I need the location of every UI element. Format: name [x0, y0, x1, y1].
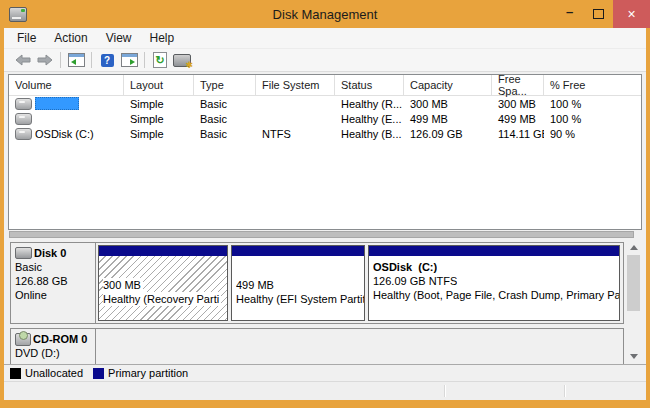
- cdrom-icon: [15, 333, 31, 346]
- disk-0-label-panel[interactable]: Disk 0 Basic 126.88 GB Online: [10, 242, 96, 324]
- disk-management-icon: [9, 7, 27, 22]
- scroll-down-button[interactable]: [625, 349, 642, 364]
- toolbar-separator: [60, 52, 61, 68]
- legend-primary-partition-label: Primary partition: [108, 367, 188, 379]
- refresh-icon: ↻: [153, 52, 167, 68]
- client-area: File Action View Help ?: [4, 28, 646, 400]
- status-bar: [4, 381, 646, 400]
- table-row[interactable]: OSDisk (C:) Simple Basic NTFS Healthy (B…: [9, 126, 641, 141]
- column-header-free-space[interactable]: Free Spa...: [492, 75, 544, 95]
- cell-type: Basic: [194, 98, 256, 110]
- volume-icon: [15, 98, 32, 110]
- partition-size: 126.09 GB NTFS: [373, 274, 457, 288]
- partition-status: Healthy (Recovery Parti: [103, 292, 221, 306]
- status-bar-separator: [444, 385, 446, 397]
- table-row[interactable]: Simple Basic Healthy (R... 300 MB 300 MB…: [9, 96, 641, 111]
- cell-status: Healthy (E...: [335, 113, 404, 125]
- column-header-percent-free[interactable]: % Free: [544, 75, 641, 95]
- disk-0-partitions: 300 MB Healthy (Recovery Parti 499 MB He…: [96, 242, 624, 324]
- column-header-layout[interactable]: Layout: [124, 75, 194, 95]
- console-tree-icon: [68, 53, 85, 67]
- partition-status: Healthy (EFI System Partit: [236, 292, 365, 306]
- forward-button[interactable]: [34, 50, 56, 70]
- cell-layout: Simple: [124, 98, 194, 110]
- cell-layout: Simple: [124, 113, 194, 125]
- partition-type-bar: [369, 246, 619, 256]
- cell-capacity: 126.09 GB: [404, 128, 492, 140]
- column-header-file-system[interactable]: File System: [256, 75, 335, 95]
- horizontal-scrollbar[interactable]: [8, 230, 642, 239]
- menu-view[interactable]: View: [97, 29, 141, 47]
- unallocated-swatch: [10, 368, 21, 379]
- column-header-capacity[interactable]: Capacity: [404, 75, 492, 95]
- partition-size: 499 MB: [236, 278, 274, 292]
- action-pane-icon: [121, 53, 138, 67]
- column-header-type[interactable]: Type: [194, 75, 256, 95]
- close-button[interactable]: ×: [613, 0, 650, 28]
- maximize-icon: [593, 9, 604, 19]
- cell-percent-free: 100 %: [544, 98, 641, 110]
- table-row[interactable]: Simple Basic Healthy (E... 499 MB 499 MB…: [9, 111, 641, 126]
- refresh-button[interactable]: ↻: [149, 50, 171, 70]
- vertical-scrollbar[interactable]: [625, 240, 642, 364]
- menu-file[interactable]: File: [8, 29, 45, 47]
- legend-bar: Unallocated Primary partition: [4, 364, 646, 381]
- show-console-tree-button[interactable]: [65, 50, 87, 70]
- cell-capacity: 499 MB: [404, 113, 492, 125]
- column-header-status[interactable]: Status: [335, 75, 404, 95]
- help-button[interactable]: ?: [96, 50, 118, 70]
- status-bar-separator: [564, 385, 566, 397]
- disk-size: 126.88 GB: [15, 274, 95, 288]
- back-button[interactable]: [12, 50, 34, 70]
- cdrom-0-media-area: [96, 328, 624, 364]
- minimize-button[interactable]: –: [555, 0, 584, 28]
- partition-status: Healthy (Boot, Page File, Crash Dump, Pr…: [373, 288, 620, 302]
- cdrom-name: CD-ROM 0: [33, 332, 87, 346]
- cell-layout: Simple: [124, 128, 194, 140]
- cell-free-space: 499 MB: [492, 113, 544, 125]
- close-icon: ×: [627, 6, 635, 22]
- chevron-up-icon: [630, 245, 638, 250]
- menu-help[interactable]: Help: [141, 29, 184, 47]
- cell-free-space: 300 MB: [492, 98, 544, 110]
- volume-icon: [15, 113, 32, 125]
- cell-status: Healthy (B...: [335, 128, 404, 140]
- disk-properties-icon: [173, 54, 191, 67]
- volume-icon: [15, 128, 32, 140]
- partition-recovery[interactable]: 300 MB Healthy (Recovery Parti: [98, 245, 228, 321]
- cell-file-system: NTFS: [256, 128, 335, 140]
- partition-type-bar: [232, 246, 364, 256]
- help-icon: ?: [101, 54, 114, 67]
- chevron-down-icon: [630, 354, 638, 359]
- volume-list: Volume Layout Type File System Status Ca…: [8, 74, 642, 230]
- graphical-view: Disk 0 Basic 126.88 GB Online 300 MB Hea…: [8, 240, 642, 364]
- scroll-up-button[interactable]: [625, 240, 642, 255]
- disk-properties-button[interactable]: [171, 50, 193, 70]
- vertical-scrollbar-thumb[interactable]: [627, 255, 640, 311]
- column-header-volume[interactable]: Volume: [9, 75, 124, 95]
- cell-free-space: 114.11 GB: [492, 128, 544, 140]
- partition-osdisk-c[interactable]: OSDisk (C:) 126.09 GB NTFS Healthy (Boot…: [368, 245, 620, 321]
- cdrom-0-row: CD-ROM 0 DVD (D:): [10, 328, 624, 364]
- cdrom-type: DVD (D:): [15, 346, 95, 360]
- cell-status: Healthy (R...: [335, 98, 404, 110]
- maximize-button[interactable]: [584, 0, 613, 28]
- disk-management-window: Disk Management – × File Action View Hel…: [0, 0, 650, 408]
- caption-buttons: – ×: [555, 0, 650, 28]
- disk-name: Disk 0: [34, 246, 66, 260]
- disk-type: Basic: [15, 260, 95, 274]
- partition-efi-system[interactable]: 499 MB Healthy (EFI System Partit: [231, 245, 365, 321]
- cell-percent-free: 90 %: [544, 128, 641, 140]
- partition-type-bar: [99, 246, 227, 256]
- back-arrow-icon: [15, 54, 31, 66]
- menu-action[interactable]: Action: [45, 29, 96, 47]
- disk-icon: [15, 247, 32, 259]
- horizontal-scrollbar-thumb[interactable]: [9, 231, 634, 238]
- window-title: Disk Management: [0, 7, 650, 22]
- show-action-pane-button[interactable]: [118, 50, 140, 70]
- cell-volume: OSDisk (C:): [35, 128, 94, 140]
- primary-partition-swatch: [93, 368, 104, 379]
- cell-capacity: 300 MB: [404, 98, 492, 110]
- cdrom-0-label-panel[interactable]: CD-ROM 0 DVD (D:): [10, 328, 96, 364]
- partition-title: OSDisk (C:): [373, 260, 437, 274]
